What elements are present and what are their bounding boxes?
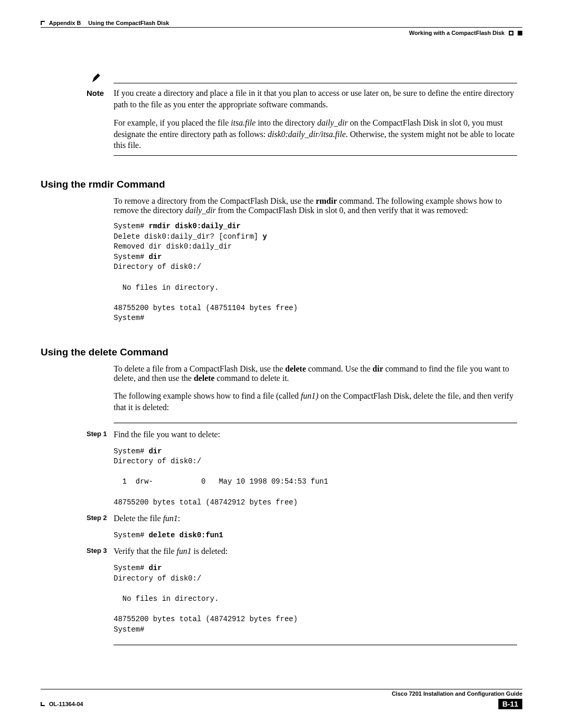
rmdir-intro: To remove a directory from the CompactFl… <box>114 196 517 215</box>
chapter-title: Using the CompactFlash Disk <box>88 20 169 26</box>
steps-divider <box>114 422 517 424</box>
note-block: Note If you create a directory and place… <box>41 83 522 156</box>
note-pen-icon <box>91 71 103 86</box>
delete-para2: The following example shows how to find … <box>114 390 517 413</box>
steps-divider-end <box>114 644 517 646</box>
note-example: For example, if you placed the file itsa… <box>114 117 517 151</box>
step-text: Delete the file fun1: <box>114 513 517 524</box>
page-number: B-11 <box>498 699 522 709</box>
section-title: Working with a CompactFlash Disk <box>409 30 505 36</box>
rmdir-code: System# rmdir disk0:daily_dir Delete dis… <box>114 221 517 324</box>
step-3: Step 3 Verify that the file fun1 is dele… <box>87 546 517 635</box>
document-number: OL-11364-04 <box>49 701 83 707</box>
step-1-code: System# dir Directory of disk0:/ 1 drw- … <box>114 447 517 508</box>
guide-title: Cisco 7201 Installation and Configuratio… <box>391 690 522 697</box>
section-delete-title: Using the delete Command <box>41 347 522 358</box>
page-header: Appendix B Using the CompactFlash Disk <box>41 20 522 28</box>
step-text: Verify that the file fun1 is deleted: <box>114 546 517 557</box>
delete-intro: To delete a file from a CompactFlash Dis… <box>114 364 517 383</box>
step-label: Step 1 <box>87 429 114 508</box>
appendix-label: Appendix B <box>49 20 81 26</box>
note-label: Note <box>87 88 114 110</box>
corner-mark-icon <box>41 21 45 25</box>
step-3-code: System# dir Directory of disk0:/ No file… <box>114 563 517 635</box>
step-label: Step 2 <box>87 513 114 540</box>
step-label: Step 3 <box>87 546 114 635</box>
marker-square-icon <box>509 31 513 35</box>
marker-square-icon <box>518 31 522 35</box>
corner-mark-icon <box>41 702 45 706</box>
step-2-code: System# delete disk0:fun1 <box>114 530 517 541</box>
page-footer: Cisco 7201 Installation and Configuratio… <box>41 689 522 709</box>
note-text: If you create a directory and place a fi… <box>114 88 517 110</box>
step-1: Step 1 Find the file you want to delete:… <box>87 429 517 508</box>
section-rmdir-title: Using the rmdir Command <box>41 179 522 190</box>
step-text: Find the file you want to delete: <box>114 429 517 440</box>
step-2: Step 2 Delete the file fun1: System# del… <box>87 513 517 540</box>
section-header: Working with a CompactFlash Disk <box>41 30 522 36</box>
